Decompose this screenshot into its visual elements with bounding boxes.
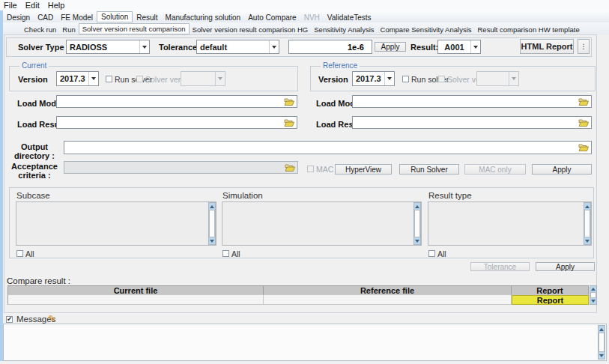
result-type-list[interactable]: [428, 201, 592, 246]
simulation-scrollbar[interactable]: [413, 202, 421, 245]
filters-tolerance-button: Tolerance: [470, 262, 530, 271]
apply-button[interactable]: Apply: [532, 164, 592, 175]
hyperview-button[interactable]: HyperView: [335, 164, 392, 175]
menu-help[interactable]: Help: [48, 1, 65, 10]
simulation-list[interactable]: [222, 201, 422, 246]
subcase-list[interactable]: [16, 201, 216, 246]
tab-compare-sensitivity-analysis[interactable]: Compare Sensitivity Analysis: [378, 25, 475, 34]
tab-solver-version-result-comparison[interactable]: Solver version result comparison: [79, 23, 190, 34]
result-label: Result:: [410, 43, 438, 52]
tab-solution[interactable]: Solution: [97, 11, 133, 22]
current-version-value: 2017.3: [57, 72, 88, 85]
run-solver-button[interactable]: Run Solver: [399, 164, 459, 175]
result-type-all-checkbox[interactable]: [428, 250, 435, 257]
open-folder-icon[interactable]: [284, 97, 294, 106]
open-folder-icon[interactable]: [578, 118, 589, 127]
column-header-reference-file[interactable]: Reference file: [264, 285, 512, 295]
solver-type-select[interactable]: RADIOSS: [66, 40, 150, 54]
scroll-down-icon[interactable]: [584, 237, 590, 244]
column-header-current-file[interactable]: Current file: [7, 285, 264, 295]
tab-manufacturing-solution[interactable]: Manufacturing solution: [162, 13, 245, 22]
cell-reference-file[interactable]: [264, 295, 512, 305]
menu-edit[interactable]: Edit: [25, 1, 40, 10]
scroll-thumb[interactable]: [414, 210, 420, 237]
current-load-model-input[interactable]: [57, 96, 297, 107]
mac-label: MAC: [316, 165, 333, 174]
open-folder-icon[interactable]: [578, 97, 589, 106]
tolerance-select[interactable]: default: [196, 40, 279, 54]
menubar: File Edit Help: [0, 0, 609, 10]
simulation-all-checkbox[interactable]: [222, 250, 229, 257]
subcase-scrollbar[interactable]: [208, 202, 216, 245]
current-load-result-box: [56, 116, 297, 129]
tab-fe-model[interactable]: FE Model: [57, 13, 97, 22]
scroll-down-icon[interactable]: [599, 352, 605, 359]
result-select[interactable]: A001: [437, 40, 481, 54]
chevron-down-icon[interactable]: [139, 40, 149, 53]
tab-sensitivity-analysis[interactable]: Sensitivity Analysis: [311, 25, 377, 34]
output-directory-input[interactable]: [64, 142, 591, 154]
mac-only-button: MAC only: [464, 164, 526, 175]
html-report-options-button[interactable]: ⋮: [578, 39, 590, 54]
scroll-thumb[interactable]: [584, 210, 590, 237]
compare-table-scrollbar[interactable]: [590, 285, 597, 305]
filters-apply-button[interactable]: Apply: [536, 262, 595, 271]
scroll-up-icon[interactable]: [584, 203, 590, 210]
scroll-thumb[interactable]: [209, 210, 215, 237]
tab-run[interactable]: Run: [59, 25, 78, 34]
reference-load-result-input[interactable]: [353, 117, 591, 128]
scroll-thumb[interactable]: [590, 292, 596, 298]
scroll-up-icon[interactable]: [599, 326, 605, 333]
current-load-result-input[interactable]: [57, 117, 297, 128]
column-header-report[interactable]: Report: [512, 285, 589, 295]
open-folder-icon[interactable]: [285, 163, 295, 172]
chevron-down-icon[interactable]: [269, 40, 279, 53]
output-directory-label: Output directory :: [7, 142, 61, 160]
tab-design[interactable]: Design: [3, 13, 34, 22]
tab-check-run[interactable]: Check run: [21, 25, 59, 34]
current-run-solver-checkbox[interactable]: [106, 76, 112, 82]
result-type-scrollbar[interactable]: [584, 202, 591, 245]
current-solver-ver-checkbox: [136, 76, 143, 82]
tab-solver-version-result-comparison-hg[interactable]: Solver version result comparison HG: [190, 25, 312, 34]
subcase-label: Subcase: [16, 191, 50, 200]
acceptance-criteria-box: [64, 161, 298, 174]
reference-solver-ver-value: [477, 72, 509, 85]
scroll-up-icon[interactable]: [209, 203, 215, 210]
reference-run-solver-checkbox[interactable]: [402, 76, 409, 82]
tolerance-apply-button[interactable]: Apply: [375, 42, 406, 52]
messages-scrollbar[interactable]: [598, 325, 605, 360]
edit-pencil-icon[interactable]: ✎: [48, 314, 56, 324]
chevron-down-icon[interactable]: [384, 72, 394, 85]
current-version-select[interactable]: 2017.3: [56, 71, 99, 86]
messages-checkbox[interactable]: [6, 316, 13, 323]
scroll-down-icon[interactable]: [414, 237, 420, 244]
tab-validatetests[interactable]: ValidateTests: [324, 13, 375, 22]
scroll-down-icon[interactable]: [209, 237, 215, 244]
scroll-up-icon[interactable]: [590, 286, 596, 292]
scroll-down-icon[interactable]: [590, 298, 596, 304]
html-report-button[interactable]: HTML Report: [520, 39, 574, 54]
tab-result-comparison-hw-template[interactable]: Result comparison HW template: [475, 25, 583, 34]
open-folder-icon[interactable]: [284, 118, 294, 127]
tab-auto-compare[interactable]: Auto Compare: [244, 13, 300, 22]
subcase-all-checkbox[interactable]: [16, 250, 23, 257]
current-solver-ver-value: [181, 72, 215, 85]
reference-load-result-box: [352, 116, 592, 129]
messages-log[interactable]: [3, 324, 607, 361]
compare-result-label: Compare result :: [7, 276, 70, 285]
reference-load-model-input[interactable]: [353, 96, 591, 107]
tab-result[interactable]: Result: [133, 13, 161, 22]
menu-file[interactable]: File: [4, 1, 17, 10]
result-type-label: Result type: [428, 191, 472, 200]
cell-current-file[interactable]: [7, 295, 264, 305]
tab-cad[interactable]: CAD: [34, 13, 57, 22]
scroll-thumb[interactable]: [599, 333, 605, 352]
scroll-up-icon[interactable]: [414, 203, 420, 210]
chevron-down-icon[interactable]: [470, 40, 480, 53]
cell-report-link[interactable]: Report: [512, 295, 589, 305]
open-folder-icon[interactable]: [578, 144, 589, 152]
chevron-down-icon[interactable]: [88, 72, 98, 85]
reference-version-select[interactable]: 2017.3: [352, 71, 395, 86]
tolerance-custom-input[interactable]: [289, 40, 372, 53]
